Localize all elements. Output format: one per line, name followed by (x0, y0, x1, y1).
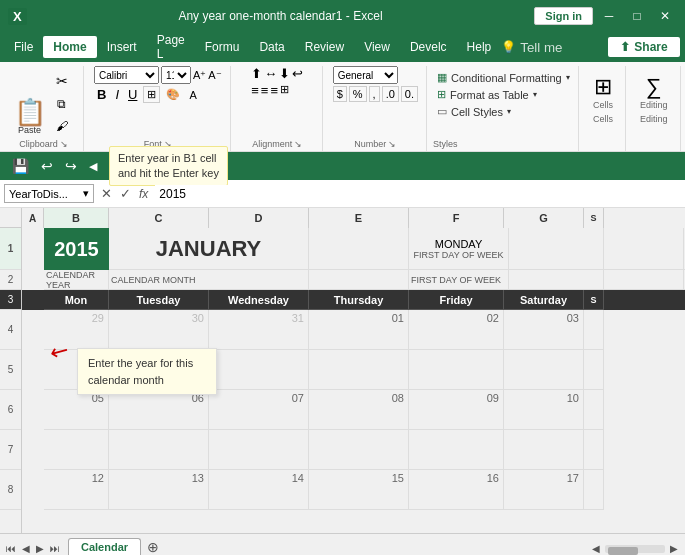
menu-file[interactable]: File (4, 36, 43, 58)
hscroll-left-button[interactable]: ◀ (589, 542, 603, 555)
tab-next-button[interactable]: ▶ (34, 542, 46, 555)
cell-h3[interactable]: S (584, 290, 604, 310)
fill-color-button[interactable]: 🎨 (163, 87, 183, 102)
menu-help[interactable]: Help (457, 36, 502, 58)
tab-first-button[interactable]: ⏮ (4, 542, 18, 555)
cell-f6[interactable]: 09 (409, 390, 504, 430)
cell-styles-button[interactable]: ▭ Cell Styles ▾ (433, 104, 574, 119)
cut-button[interactable]: ✂ (50, 71, 74, 91)
format-painter-button[interactable]: 🖌 (50, 117, 74, 135)
cell-h4[interactable] (584, 310, 604, 350)
cell-c6[interactable]: 06 (109, 390, 209, 430)
copy-button[interactable]: ⧉ (50, 95, 74, 113)
number-format-select[interactable]: General (333, 66, 398, 84)
bold-button[interactable]: B (94, 86, 109, 103)
font-size-select[interactable]: 11 (161, 66, 191, 84)
menu-developer[interactable]: Develc (400, 36, 457, 58)
cell-d2[interactable] (309, 270, 409, 290)
format-as-table-button[interactable]: ⊞ Format as Table ▾ (433, 87, 574, 102)
cell-g4[interactable]: 03 (504, 310, 584, 350)
cell-h7[interactable] (584, 430, 604, 470)
cell-g2[interactable] (604, 270, 684, 290)
cell-e4[interactable]: 01 (309, 310, 409, 350)
cell-h8[interactable] (584, 470, 604, 510)
cell-d1[interactable] (309, 228, 409, 270)
italic-button[interactable]: I (112, 86, 122, 103)
cell-c8[interactable]: 13 (109, 470, 209, 510)
cell-a3[interactable] (22, 290, 44, 310)
minimize-button[interactable]: ─ (597, 6, 621, 26)
cell-g3[interactable]: Saturday (504, 290, 584, 310)
menu-data[interactable]: Data (249, 36, 294, 58)
cell-e7[interactable] (309, 430, 409, 470)
add-sheet-button[interactable]: ⊕ (143, 539, 163, 555)
tab-last-button[interactable]: ⏭ (48, 542, 62, 555)
comma-button[interactable]: , (369, 86, 380, 102)
font-color-button[interactable]: A (186, 88, 199, 102)
cell-a8[interactable] (22, 470, 44, 510)
align-left-button[interactable]: ≡ (251, 83, 259, 98)
cell-c3[interactable]: Tuesday (109, 290, 209, 310)
cell-c2[interactable]: CALENDAR MONTH (109, 270, 309, 290)
number-expand-icon[interactable]: ↘ (388, 139, 396, 149)
cell-h5[interactable] (584, 350, 604, 390)
cell-f3[interactable]: Friday (409, 290, 504, 310)
cell-g8[interactable]: 17 (504, 470, 584, 510)
cell-c4[interactable]: 30 (109, 310, 209, 350)
cell-d8[interactable]: 14 (209, 470, 309, 510)
cell-a5[interactable] (22, 350, 44, 390)
cell-d3[interactable]: Wednesday (209, 290, 309, 310)
cell-b7[interactable] (44, 430, 109, 470)
cell-h6[interactable] (584, 390, 604, 430)
menu-view[interactable]: View (354, 36, 400, 58)
cell-a2[interactable] (22, 270, 44, 290)
cell-b1[interactable]: 2015 (44, 228, 109, 270)
wrap-text-button[interactable]: ↩ (292, 66, 303, 81)
cell-f8[interactable]: 16 (409, 470, 504, 510)
cell-a4[interactable] (22, 310, 44, 350)
menu-insert[interactable]: Insert (97, 36, 147, 58)
maximize-button[interactable]: □ (625, 6, 649, 26)
align-top-button[interactable]: ⬆ (251, 66, 262, 81)
tell-me-field[interactable]: 💡 (501, 40, 600, 55)
cell-b6[interactable]: 05 (44, 390, 109, 430)
name-box[interactable]: YearToDis... ▾ (4, 184, 94, 203)
increase-font-button[interactable]: A⁺ (193, 69, 206, 82)
decrease-decimal-button[interactable]: 0. (401, 86, 418, 102)
cell-a6[interactable] (22, 390, 44, 430)
percent-button[interactable]: % (349, 86, 367, 102)
align-right-button[interactable]: ≡ (270, 83, 278, 98)
cell-d6[interactable]: 07 (209, 390, 309, 430)
cell-g1[interactable] (604, 228, 684, 270)
menu-home[interactable]: Home (43, 36, 96, 58)
cell-e1[interactable]: MONDAY FIRST DAY OF WEEK (409, 228, 509, 270)
cell-d5[interactable] (209, 350, 309, 390)
menu-page-layout[interactable]: Page L (147, 29, 195, 65)
cell-c7[interactable] (109, 430, 209, 470)
cell-g5[interactable] (504, 350, 584, 390)
share-button[interactable]: ⬆ Share (608, 37, 679, 57)
menu-formulas[interactable]: Formu (195, 36, 250, 58)
cells-button[interactable]: ⊞ Cells (589, 70, 617, 114)
font-family-select[interactable]: Calibri (94, 66, 159, 84)
currency-button[interactable]: $ (333, 86, 347, 102)
cell-b3[interactable]: Mon (44, 290, 109, 310)
menu-review[interactable]: Review (295, 36, 354, 58)
cell-a7[interactable] (22, 430, 44, 470)
formula-input[interactable] (155, 185, 681, 203)
cell-e3[interactable]: Thursday (309, 290, 409, 310)
cell-c1[interactable]: JANUARY (109, 228, 309, 270)
cell-f2[interactable] (509, 270, 604, 290)
undo-quick-button[interactable]: ↩ (37, 156, 57, 176)
cell-f7[interactable] (409, 430, 504, 470)
close-button[interactable]: ✕ (653, 6, 677, 26)
cell-f5[interactable] (409, 350, 504, 390)
cell-f1[interactable] (509, 228, 604, 270)
underline-button[interactable]: U (125, 86, 140, 103)
cell-f4[interactable]: 02 (409, 310, 504, 350)
cell-e8[interactable]: 15 (309, 470, 409, 510)
increase-decimal-button[interactable]: .0 (382, 86, 399, 102)
align-bottom-button[interactable]: ⬇ (279, 66, 290, 81)
save-quick-button[interactable]: 💾 (8, 156, 33, 176)
hscroll-track[interactable] (605, 545, 665, 553)
